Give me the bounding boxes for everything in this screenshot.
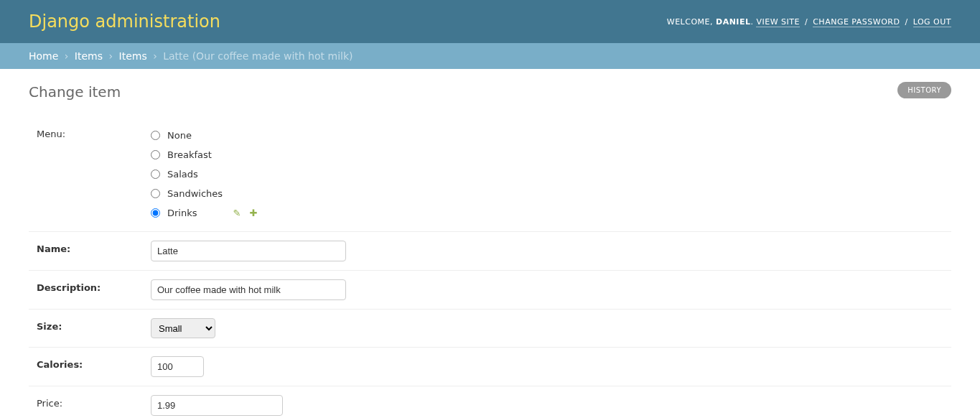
menu-option: Salads <box>151 164 951 184</box>
breadcrumb-home[interactable]: Home <box>29 50 58 62</box>
description-label: Description: <box>29 279 151 293</box>
menu-radio[interactable] <box>151 189 160 198</box>
menu-radio[interactable] <box>151 208 160 218</box>
menu-option: Breakfast <box>151 145 951 164</box>
pencil-icon[interactable]: ✎ <box>233 208 241 218</box>
field-row-calories: Calories: <box>29 348 951 386</box>
price-input[interactable] <box>151 395 283 416</box>
welcome-text: WELCOME, <box>667 17 713 27</box>
menu-option-label[interactable]: Breakfast <box>167 149 212 160</box>
chevron-right-icon: › <box>153 50 157 62</box>
branding: Django administration <box>29 11 220 32</box>
size-select[interactable]: Small <box>151 318 215 338</box>
breadcrumb: Home › Items › Items › Latte (Our coffee… <box>0 43 980 69</box>
field-row-menu: Menu: NoneBreakfastSaladsSandwichesDrink… <box>29 119 951 232</box>
view-site-link[interactable]: VIEW SITE <box>756 17 800 27</box>
separator: / <box>805 17 808 27</box>
user-tools: WELCOME, DANIEL. VIEW SITE / CHANGE PASS… <box>667 17 951 27</box>
menu-option: None <box>151 126 951 145</box>
related-actions: ✎✚ <box>233 208 258 218</box>
name-input[interactable] <box>151 241 346 261</box>
calories-input[interactable] <box>151 356 204 377</box>
history-button[interactable]: HISTORY <box>897 82 951 98</box>
menu-option-label[interactable]: Sandwiches <box>167 188 223 199</box>
admin-header: Django administration WELCOME, DANIEL. V… <box>0 0 980 43</box>
change-password-link[interactable]: CHANGE PASSWORD <box>813 17 900 27</box>
logout-link[interactable]: LOG OUT <box>913 17 951 27</box>
breadcrumb-current: Latte (Our coffee made with hot milk) <box>163 50 353 62</box>
site-name-link[interactable]: Django administration <box>29 11 220 32</box>
menu-option: Sandwiches <box>151 184 951 203</box>
breadcrumb-model[interactable]: Items <box>119 50 147 62</box>
menu-option-label[interactable]: Salads <box>167 169 198 180</box>
separator: / <box>905 17 907 27</box>
field-row-size: Size: Small <box>29 310 951 348</box>
menu-radiolist: NoneBreakfastSaladsSandwichesDrinks✎✚ <box>151 126 951 223</box>
field-row-name: Name: <box>29 232 951 271</box>
description-input[interactable] <box>151 279 346 300</box>
menu-radio[interactable] <box>151 169 160 179</box>
price-label: Price: <box>29 395 151 409</box>
chevron-right-icon: › <box>108 50 113 62</box>
page-title: Change item <box>29 83 951 101</box>
calories-label: Calories: <box>29 356 151 370</box>
menu-label: Menu: <box>29 126 151 139</box>
chevron-right-icon: › <box>65 50 69 62</box>
field-row-description: Description: <box>29 271 951 310</box>
field-row-price: Price: <box>29 386 951 418</box>
menu-option: Drinks✎✚ <box>151 203 951 223</box>
size-label: Size: <box>29 318 151 332</box>
breadcrumb-app[interactable]: Items <box>75 50 103 62</box>
menu-radio[interactable] <box>151 150 160 159</box>
username: DANIEL <box>716 17 750 27</box>
name-label: Name: <box>29 241 151 254</box>
object-tools: HISTORY <box>897 82 951 98</box>
plus-icon[interactable]: ✚ <box>249 208 257 218</box>
menu-option-label[interactable]: None <box>167 130 192 141</box>
menu-option-label[interactable]: Drinks <box>167 208 197 218</box>
menu-radio[interactable] <box>151 131 160 140</box>
